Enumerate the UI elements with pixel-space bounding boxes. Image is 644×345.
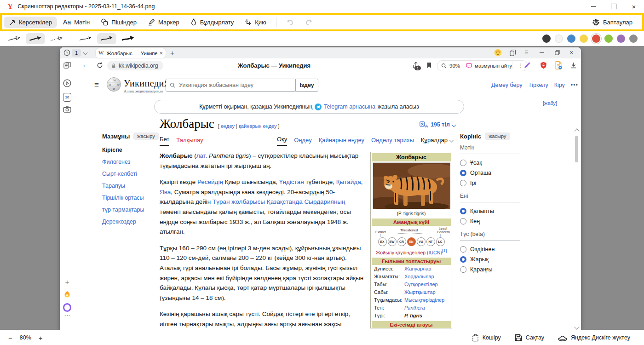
- arrow-style-solid[interactable]: [26, 33, 45, 44]
- color-swatch-gray[interactable]: [629, 34, 638, 43]
- header-more-icon[interactable]: •••: [571, 82, 578, 88]
- collections-icon[interactable]: [510, 50, 516, 56]
- browser-close-icon[interactable]: ×: [569, 49, 573, 56]
- status-ew[interactable]: EW: [388, 237, 397, 246]
- crop-tool-button[interactable]: Қию: [240, 17, 271, 28]
- adblock-shield-icon[interactable]: [540, 62, 547, 69]
- arrow-sketch-medium[interactable]: [97, 33, 116, 44]
- title-edit-links[interactable]: [ өңдеу | қайнарын өңдеу ]: [218, 123, 280, 129]
- status-en-active[interactable]: EN: [407, 237, 416, 246]
- radio-color-light[interactable]: Жарық: [460, 254, 520, 264]
- radio-text-standard[interactable]: Орташа: [460, 168, 520, 178]
- radio-text-small[interactable]: Ұсақ: [460, 158, 520, 168]
- toc-item-subspecies[interactable]: түр тармақтары: [102, 205, 158, 214]
- order-link[interactable]: Жыртқыштар: [404, 289, 436, 295]
- share-icon[interactable]: 1: [412, 62, 420, 69]
- sidebar-toggle-icon[interactable]: [63, 62, 71, 69]
- status-link[interactable]: Жойылу қаупіндегілер: [376, 250, 426, 255]
- radio-text-large[interactable]: Ірі: [460, 178, 520, 188]
- tab-read[interactable]: Оқу: [277, 136, 287, 146]
- tabs-chevron-down-icon[interactable]: [83, 51, 88, 55]
- family-link[interactable]: Мысықтәрізділер: [404, 297, 444, 303]
- browser-tab-active[interactable]: W Жолбарыс — Уикипед ×: [96, 48, 166, 58]
- new-tab-button[interactable]: +: [170, 49, 174, 57]
- color-swatch-yellow[interactable]: [580, 34, 588, 43]
- tab-edit-source[interactable]: Қайнарын өңдеу: [319, 137, 364, 146]
- browser-restore-icon[interactable]: [555, 50, 560, 55]
- toc-item-appearance[interactable]: Сырт-келбеті: [102, 169, 158, 178]
- save-button[interactable]: Сақтау: [515, 334, 544, 341]
- genus-link[interactable]: Panthera: [404, 305, 425, 310]
- reload-icon[interactable]: [97, 62, 103, 69]
- arrow-style-outline[interactable]: [5, 33, 24, 44]
- tab-counter-badge[interactable]: 10: [63, 93, 71, 102]
- browser-minimize-icon[interactable]: [540, 52, 544, 53]
- download-icon[interactable]: [570, 62, 577, 69]
- radio-color-dark[interactable]: Қараңғы: [460, 264, 520, 275]
- maximize-button[interactable]: [604, 0, 624, 13]
- toc-item-references[interactable]: Дереккөздер: [102, 217, 158, 226]
- login-link[interactable]: Кіру: [554, 82, 565, 88]
- copy-button[interactable]: Көшіру: [472, 334, 501, 342]
- zoom-in-button[interactable]: +: [36, 334, 46, 342]
- editor-canvas[interactable]: 1 W Жолбарыс — Уикипед × + ≡: [0, 46, 644, 330]
- status-nt[interactable]: NT: [426, 237, 435, 246]
- register-link[interactable]: Тіркелу: [529, 82, 548, 88]
- color-swatch-white[interactable]: [555, 34, 563, 43]
- tab-history[interactable]: Өңделу тарихы: [371, 137, 414, 146]
- tiger-photo[interactable]: [373, 162, 450, 209]
- search-button[interactable]: Іздеу: [296, 79, 318, 92]
- toc-item-intro[interactable]: Кіріспе: [102, 145, 158, 155]
- page-zoom-value[interactable]: 90%: [449, 63, 460, 69]
- arrow-sketch-thick[interactable]: [118, 33, 138, 44]
- blur-tool-button[interactable]: Бұлдырлату: [185, 16, 239, 28]
- tab-page[interactable]: Бет: [160, 136, 169, 146]
- shapes-tool-button[interactable]: Пішіндер: [96, 16, 142, 28]
- toc-item-phylogenesis[interactable]: Филогенез: [102, 157, 158, 167]
- history-clock-icon[interactable]: [63, 49, 70, 56]
- status-vu[interactable]: VU: [417, 237, 426, 246]
- class-link[interactable]: Сүтқоректілер: [404, 282, 438, 287]
- undo-button[interactable]: [281, 17, 299, 28]
- wiki-menu-icon[interactable]: ≡: [94, 80, 99, 90]
- phylum-link[interactable]: Хордалылар: [404, 274, 434, 279]
- translate-doc-icon[interactable]: [555, 61, 562, 69]
- tab-tools[interactable]: Құралдар: [421, 137, 453, 146]
- settings-button[interactable]: Баптаулар: [587, 16, 638, 29]
- minimize-button[interactable]: [583, 0, 604, 13]
- search-box[interactable]: [166, 79, 296, 92]
- text-tool-button[interactable]: Аа Мәтін: [58, 16, 95, 28]
- status-iucn[interactable]: (IUCN): [426, 250, 442, 255]
- arrow-style-dashed[interactable]: [47, 33, 66, 44]
- video-play-icon[interactable]: [63, 79, 71, 87]
- arrow-sketch-thin[interactable]: [76, 33, 95, 44]
- screenshot-camera-icon[interactable]: [63, 106, 71, 113]
- tab-edit[interactable]: Өңдеу: [294, 137, 311, 146]
- telegram-link[interactable]: Telegram арнасына: [324, 104, 375, 110]
- pen-extension-icon[interactable]: [523, 62, 531, 69]
- zoom-out-button[interactable]: −: [6, 334, 15, 342]
- color-swatch-black[interactable]: [542, 34, 551, 43]
- banner-close-link[interactable]: [жабу]: [543, 100, 557, 106]
- pill-kebab-icon[interactable]: ⋮: [518, 63, 523, 69]
- back-icon[interactable]: ←: [82, 61, 89, 69]
- wiki-wordmark-block[interactable]: УикипедиЯ Ашық энциклопедиясы: [124, 79, 171, 93]
- sidebar-add-icon[interactable]: +: [63, 278, 71, 286]
- profile-avatar[interactable]: [494, 49, 502, 57]
- status-lc[interactable]: LC: [436, 237, 445, 246]
- alice-assistant-icon[interactable]: [63, 303, 71, 312]
- page-scrollbar[interactable]: [574, 129, 579, 329]
- wikipedia-globe-logo[interactable]: WИФЯ: [106, 77, 121, 92]
- scroll-down-icon[interactable]: [574, 324, 579, 329]
- donate-link[interactable]: Демеу беру: [491, 82, 523, 88]
- close-button[interactable]: ×: [624, 0, 644, 13]
- search-input[interactable]: [178, 81, 292, 89]
- scroll-up-icon[interactable]: [574, 128, 579, 133]
- color-swatch-blue[interactable]: [567, 34, 575, 43]
- games-icon[interactable]: [63, 291, 71, 298]
- status-cr[interactable]: CR: [397, 237, 406, 246]
- tab-close-icon[interactable]: ×: [159, 50, 163, 57]
- appearance-hide-button[interactable]: жасыру: [485, 132, 510, 140]
- read-aloud-label[interactable]: мазмұнын айту: [475, 63, 512, 69]
- toc-hide-button[interactable]: жасыру: [133, 132, 158, 140]
